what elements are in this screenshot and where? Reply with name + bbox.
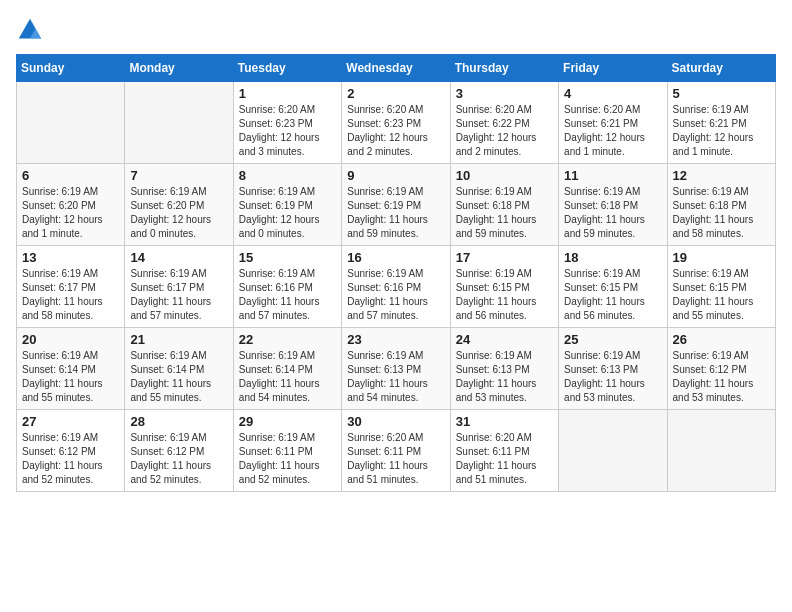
calendar-cell [559,410,667,492]
calendar-cell: 2Sunrise: 6:20 AM Sunset: 6:23 PM Daylig… [342,82,450,164]
day-number: 19 [673,250,770,265]
day-info: Sunrise: 6:19 AM Sunset: 6:18 PM Dayligh… [456,185,553,241]
day-info: Sunrise: 6:20 AM Sunset: 6:11 PM Dayligh… [456,431,553,487]
day-number: 8 [239,168,336,183]
calendar-cell: 1Sunrise: 6:20 AM Sunset: 6:23 PM Daylig… [233,82,341,164]
calendar-cell: 20Sunrise: 6:19 AM Sunset: 6:14 PM Dayli… [17,328,125,410]
calendar-cell: 17Sunrise: 6:19 AM Sunset: 6:15 PM Dayli… [450,246,558,328]
calendar-cell: 24Sunrise: 6:19 AM Sunset: 6:13 PM Dayli… [450,328,558,410]
calendar-week-row: 27Sunrise: 6:19 AM Sunset: 6:12 PM Dayli… [17,410,776,492]
day-info: Sunrise: 6:19 AM Sunset: 6:16 PM Dayligh… [239,267,336,323]
day-info: Sunrise: 6:20 AM Sunset: 6:23 PM Dayligh… [347,103,444,159]
calendar-cell: 21Sunrise: 6:19 AM Sunset: 6:14 PM Dayli… [125,328,233,410]
day-number: 20 [22,332,119,347]
calendar-cell: 23Sunrise: 6:19 AM Sunset: 6:13 PM Dayli… [342,328,450,410]
day-number: 26 [673,332,770,347]
day-info: Sunrise: 6:19 AM Sunset: 6:15 PM Dayligh… [673,267,770,323]
day-info: Sunrise: 6:19 AM Sunset: 6:19 PM Dayligh… [239,185,336,241]
day-info: Sunrise: 6:20 AM Sunset: 6:23 PM Dayligh… [239,103,336,159]
logo [16,16,48,44]
calendar-cell: 31Sunrise: 6:20 AM Sunset: 6:11 PM Dayli… [450,410,558,492]
day-number: 23 [347,332,444,347]
day-number: 4 [564,86,661,101]
day-number: 25 [564,332,661,347]
day-number: 27 [22,414,119,429]
calendar-cell: 10Sunrise: 6:19 AM Sunset: 6:18 PM Dayli… [450,164,558,246]
day-number: 18 [564,250,661,265]
calendar-week-row: 1Sunrise: 6:20 AM Sunset: 6:23 PM Daylig… [17,82,776,164]
day-info: Sunrise: 6:19 AM Sunset: 6:15 PM Dayligh… [564,267,661,323]
calendar-cell: 16Sunrise: 6:19 AM Sunset: 6:16 PM Dayli… [342,246,450,328]
day-info: Sunrise: 6:19 AM Sunset: 6:12 PM Dayligh… [130,431,227,487]
calendar-cell [667,410,775,492]
day-number: 2 [347,86,444,101]
day-number: 17 [456,250,553,265]
day-header-wednesday: Wednesday [342,55,450,82]
calendar-week-row: 6Sunrise: 6:19 AM Sunset: 6:20 PM Daylig… [17,164,776,246]
calendar-cell: 26Sunrise: 6:19 AM Sunset: 6:12 PM Dayli… [667,328,775,410]
day-info: Sunrise: 6:19 AM Sunset: 6:19 PM Dayligh… [347,185,444,241]
calendar-cell [17,82,125,164]
day-info: Sunrise: 6:19 AM Sunset: 6:15 PM Dayligh… [456,267,553,323]
calendar-table: SundayMondayTuesdayWednesdayThursdayFrid… [16,54,776,492]
calendar-cell: 18Sunrise: 6:19 AM Sunset: 6:15 PM Dayli… [559,246,667,328]
day-number: 13 [22,250,119,265]
day-info: Sunrise: 6:19 AM Sunset: 6:20 PM Dayligh… [130,185,227,241]
day-number: 5 [673,86,770,101]
day-info: Sunrise: 6:19 AM Sunset: 6:20 PM Dayligh… [22,185,119,241]
calendar-cell: 22Sunrise: 6:19 AM Sunset: 6:14 PM Dayli… [233,328,341,410]
day-number: 28 [130,414,227,429]
calendar-cell: 9Sunrise: 6:19 AM Sunset: 6:19 PM Daylig… [342,164,450,246]
day-info: Sunrise: 6:19 AM Sunset: 6:18 PM Dayligh… [564,185,661,241]
calendar-cell: 11Sunrise: 6:19 AM Sunset: 6:18 PM Dayli… [559,164,667,246]
calendar-cell: 29Sunrise: 6:19 AM Sunset: 6:11 PM Dayli… [233,410,341,492]
day-info: Sunrise: 6:19 AM Sunset: 6:14 PM Dayligh… [22,349,119,405]
day-number: 16 [347,250,444,265]
day-number: 31 [456,414,553,429]
day-number: 24 [456,332,553,347]
day-header-tuesday: Tuesday [233,55,341,82]
day-header-saturday: Saturday [667,55,775,82]
day-number: 11 [564,168,661,183]
calendar-cell: 3Sunrise: 6:20 AM Sunset: 6:22 PM Daylig… [450,82,558,164]
day-number: 12 [673,168,770,183]
calendar-week-row: 13Sunrise: 6:19 AM Sunset: 6:17 PM Dayli… [17,246,776,328]
day-info: Sunrise: 6:19 AM Sunset: 6:21 PM Dayligh… [673,103,770,159]
calendar-week-row: 20Sunrise: 6:19 AM Sunset: 6:14 PM Dayli… [17,328,776,410]
day-header-sunday: Sunday [17,55,125,82]
day-info: Sunrise: 6:19 AM Sunset: 6:18 PM Dayligh… [673,185,770,241]
day-number: 1 [239,86,336,101]
calendar-cell: 12Sunrise: 6:19 AM Sunset: 6:18 PM Dayli… [667,164,775,246]
day-info: Sunrise: 6:20 AM Sunset: 6:22 PM Dayligh… [456,103,553,159]
day-info: Sunrise: 6:19 AM Sunset: 6:13 PM Dayligh… [456,349,553,405]
calendar-header-row: SundayMondayTuesdayWednesdayThursdayFrid… [17,55,776,82]
day-number: 14 [130,250,227,265]
calendar-cell: 28Sunrise: 6:19 AM Sunset: 6:12 PM Dayli… [125,410,233,492]
day-number: 3 [456,86,553,101]
day-info: Sunrise: 6:20 AM Sunset: 6:11 PM Dayligh… [347,431,444,487]
calendar-cell: 27Sunrise: 6:19 AM Sunset: 6:12 PM Dayli… [17,410,125,492]
day-number: 10 [456,168,553,183]
day-header-thursday: Thursday [450,55,558,82]
day-info: Sunrise: 6:19 AM Sunset: 6:12 PM Dayligh… [673,349,770,405]
calendar-cell: 7Sunrise: 6:19 AM Sunset: 6:20 PM Daylig… [125,164,233,246]
calendar-cell: 14Sunrise: 6:19 AM Sunset: 6:17 PM Dayli… [125,246,233,328]
day-info: Sunrise: 6:19 AM Sunset: 6:14 PM Dayligh… [130,349,227,405]
day-info: Sunrise: 6:19 AM Sunset: 6:11 PM Dayligh… [239,431,336,487]
day-header-monday: Monday [125,55,233,82]
calendar-cell: 15Sunrise: 6:19 AM Sunset: 6:16 PM Dayli… [233,246,341,328]
calendar-cell: 8Sunrise: 6:19 AM Sunset: 6:19 PM Daylig… [233,164,341,246]
calendar-cell: 5Sunrise: 6:19 AM Sunset: 6:21 PM Daylig… [667,82,775,164]
day-info: Sunrise: 6:20 AM Sunset: 6:21 PM Dayligh… [564,103,661,159]
day-header-friday: Friday [559,55,667,82]
day-info: Sunrise: 6:19 AM Sunset: 6:13 PM Dayligh… [347,349,444,405]
calendar-cell: 4Sunrise: 6:20 AM Sunset: 6:21 PM Daylig… [559,82,667,164]
day-info: Sunrise: 6:19 AM Sunset: 6:14 PM Dayligh… [239,349,336,405]
page-header [16,16,776,44]
day-info: Sunrise: 6:19 AM Sunset: 6:12 PM Dayligh… [22,431,119,487]
calendar-cell: 25Sunrise: 6:19 AM Sunset: 6:13 PM Dayli… [559,328,667,410]
day-number: 30 [347,414,444,429]
logo-icon [16,16,44,44]
day-number: 21 [130,332,227,347]
day-number: 29 [239,414,336,429]
